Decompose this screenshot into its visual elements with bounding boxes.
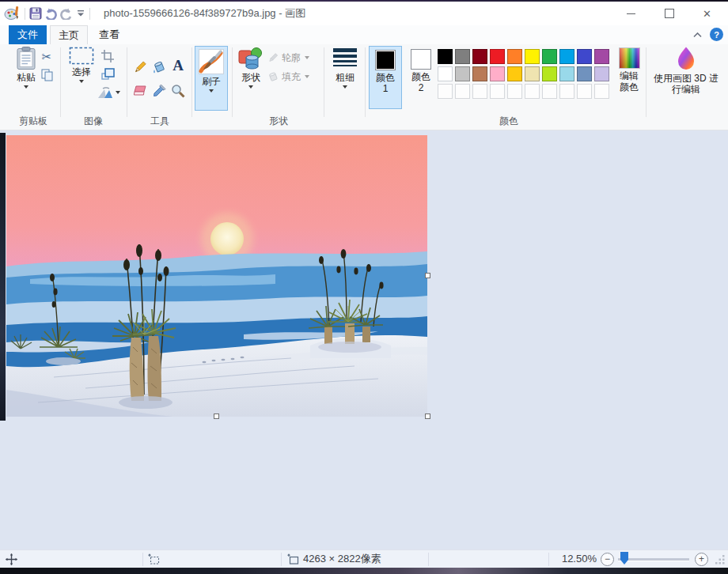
copy-button[interactable] [38,67,55,83]
pencil-tool-button[interactable] [131,59,149,76]
clipboard-group-label: 剪贴板 [6,115,60,127]
dropdown-arrow-icon [248,85,253,89]
palette-swatch[interactable] [455,66,470,81]
collapse-ribbon-button[interactable] [690,28,704,42]
magnifier-icon [171,84,185,98]
tab-home[interactable]: 主页 [50,25,88,44]
rotate-icon [97,86,114,100]
text-tool-button[interactable]: A [169,57,187,74]
cursor-position-icon [6,553,17,568]
help-button[interactable]: ? [710,28,723,41]
group-divider [324,47,324,117]
zoom-in-button[interactable]: + [695,553,708,566]
resize-handle-corner[interactable] [425,414,430,419]
palette-swatch-empty[interactable] [455,84,470,99]
customize-qat-dropdown[interactable] [74,6,88,21]
magnifier-tool-button[interactable] [169,82,187,100]
paint3d-button[interactable]: 使用画图 3D 进行编辑 [650,46,722,95]
palette-swatch-empty[interactable] [490,84,505,99]
palette-swatch[interactable] [490,49,505,64]
palette-swatch-empty[interactable] [542,84,557,99]
zoom-out-button[interactable]: − [601,553,614,566]
paste-button[interactable]: 粘贴 [10,47,42,89]
resize-button[interactable] [99,66,116,82]
palette-swatch[interactable] [559,49,574,64]
zoom-level-text: 12.50% [560,550,597,568]
close-button[interactable]: ✕ [689,2,725,25]
palette-swatch[interactable] [472,49,487,64]
color2-button[interactable]: 颜色2 [405,46,437,112]
brushes-button[interactable]: 刷子 [195,46,228,111]
zoom-out-icon: − [605,553,610,565]
selection-size-icon [147,553,160,568]
fill-tool-button[interactable] [150,59,168,76]
eraser-tool-button[interactable] [131,82,149,100]
resize-grip[interactable] [715,554,726,568]
minimize-button[interactable] [613,2,649,25]
cut-button[interactable]: ✂ [38,49,55,65]
edit-colors-button[interactable]: 编辑颜色 [615,47,643,93]
palette-swatch[interactable] [438,49,453,64]
color-picker-tool-button[interactable] [150,82,168,100]
redo-button[interactable] [59,6,73,21]
group-divider [232,47,233,117]
chevron-down-icon [77,10,85,17]
outline-button[interactable]: 轮廓 [267,51,320,65]
crop-icon [101,50,114,62]
palette-swatch[interactable] [525,66,540,81]
palette-swatch[interactable] [472,66,487,81]
palette-swatch-empty[interactable] [525,84,540,99]
palette-swatch-empty[interactable] [438,84,453,99]
size-button[interactable]: 粗细 [328,47,362,89]
palette-swatch[interactable] [525,49,540,64]
palette-swatch[interactable] [490,66,505,81]
shapes-button[interactable]: 形状 [236,47,266,89]
palette-swatch[interactable] [577,49,592,64]
palette-swatch[interactable] [594,49,609,64]
palette-swatch[interactable] [559,66,574,81]
shape-fill-button[interactable]: 填充 [267,70,320,84]
zoom-slider-thumb[interactable] [620,552,628,565]
maximize-button[interactable] [651,2,687,25]
size-label: 粗细 [336,72,355,83]
chevron-up-icon [693,32,702,38]
canvas[interactable] [6,135,427,417]
tab-view[interactable]: 查看 [91,25,127,44]
canvas-photo [6,135,427,417]
rotate-button[interactable] [96,85,121,100]
zoom-slider-track[interactable] [618,558,689,561]
fill-label: 填充 [282,70,301,84]
save-button[interactable] [28,6,43,21]
color1-button[interactable]: 颜色1 [369,46,402,109]
palette-swatch[interactable] [542,66,557,81]
shapes-icon [238,47,264,70]
select-icon [69,47,94,65]
tab-file[interactable]: 文件 [9,25,47,44]
palette-swatch-empty[interactable] [507,84,522,99]
palette-swatch-empty[interactable] [559,84,574,99]
palette-swatch[interactable] [455,49,470,64]
outline-label: 轮廓 [282,51,301,65]
palette-swatch[interactable] [507,49,522,64]
select-button[interactable]: 选择 [66,47,97,83]
cut-icon: ✂ [42,50,52,64]
edit-colors-icon [619,47,640,69]
palette-row-3 [438,84,609,99]
crop-button[interactable] [99,48,116,64]
resize-handle-bottom[interactable] [214,414,219,419]
palette-row-2 [438,66,609,81]
palette-swatch-empty[interactable] [594,84,609,99]
image-group-label: 图像 [66,115,120,127]
undo-button[interactable] [44,6,58,21]
palette-swatch[interactable] [438,66,453,81]
palette-swatch-empty[interactable] [577,84,592,99]
palette-swatch[interactable] [542,49,557,64]
outline-icon [267,52,279,63]
palette-swatch[interactable] [507,66,522,81]
resize-handle-right[interactable] [425,273,430,278]
palette-swatch[interactable] [577,66,592,81]
desktop-wallpaper-bottom [0,568,728,574]
close-icon: ✕ [703,8,711,20]
palette-swatch-empty[interactable] [472,84,487,99]
palette-swatch[interactable] [594,66,609,81]
